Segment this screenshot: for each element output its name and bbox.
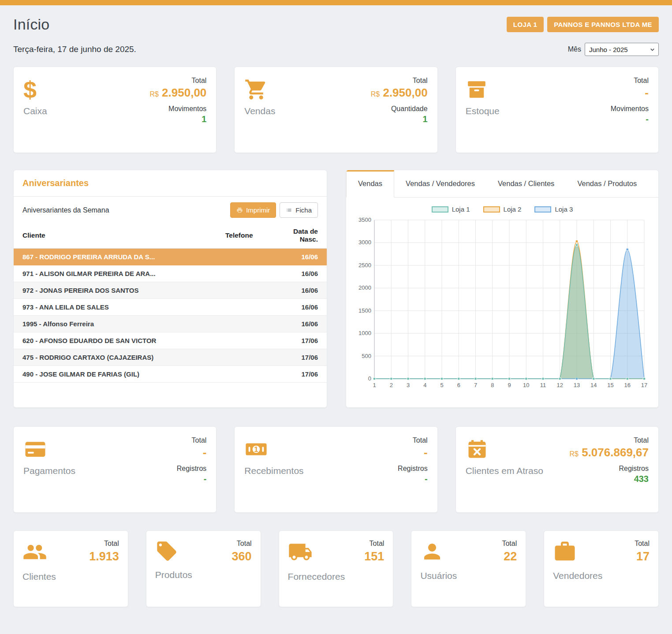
current-date: Terça-feira, 17 de junho de 2025.: [13, 45, 136, 54]
printer-icon: [236, 207, 243, 213]
svg-text:4: 4: [423, 382, 426, 388]
chart-tabs: Vendas Vendas / Vendedores Vendas / Clie…: [346, 170, 658, 198]
client-cell: 867 - RODRIGO PEREIRA ARRUDA DA S...: [14, 249, 217, 265]
legend-label: Loja 1: [452, 205, 470, 213]
box-icon: [466, 77, 500, 102]
svg-text:2: 2: [390, 382, 393, 388]
dollar-icon: $: [23, 77, 47, 102]
count-label: Movimentos: [611, 105, 649, 113]
total-label: Total: [398, 436, 428, 444]
svg-text:13: 13: [574, 382, 580, 388]
card-label: Usuários: [420, 571, 517, 581]
vendas-card: Vendas Total R$ 2.950,00 Quantidade 1: [234, 67, 437, 153]
table-row[interactable]: 867 - RODRIGO PEREIRA ARRUDA DA S...16/0…: [14, 249, 327, 265]
column-header-cliente: Cliente: [14, 224, 217, 249]
store-badge[interactable]: LOJA 1: [507, 17, 544, 32]
total-label: Total: [89, 540, 119, 548]
legend-item[interactable]: Loja 3: [534, 205, 573, 213]
sales-chart: 0500100015002000250030003500123456789101…: [354, 216, 650, 393]
dashboard-page: Início LOJA 1 PANNOS E PANNOS LTDA ME Te…: [0, 16, 672, 625]
banknote-icon: 1: [244, 436, 303, 462]
total-label: Total: [635, 540, 650, 548]
chevron-down-icon: [649, 46, 656, 53]
svg-text:17: 17: [641, 382, 647, 388]
legend-swatch: [534, 206, 551, 213]
birthdays-title: Aniversariantes: [14, 170, 327, 197]
client-cell: 475 - RODRIGO CARTAXO (CAJAZEIRAS): [14, 349, 217, 366]
client-cell: 971 - ALISON GILMAR PEREIRA DE ARA...: [14, 265, 217, 282]
table-row[interactable]: 490 - JOSE GILMAR DE FARIAS (GIL)17/06: [14, 366, 327, 383]
chart-legend: Loja 1Loja 2Loja 3: [354, 205, 650, 213]
svg-text:0: 0: [368, 375, 371, 382]
svg-text:3500: 3500: [358, 216, 371, 223]
svg-text:12: 12: [557, 382, 563, 388]
legend-item[interactable]: Loja 2: [483, 205, 522, 213]
table-row[interactable]: 1995 - Alfonso Ferreira16/06: [14, 316, 327, 332]
vendedores-card: Total 17 Vendedores: [544, 530, 659, 607]
pagamentos-card: Pagamentos Total - Registros -: [13, 426, 217, 513]
legend-item[interactable]: Loja 1: [432, 205, 470, 213]
legend-swatch: [483, 206, 500, 213]
count-label: Registros: [570, 465, 649, 473]
svg-text:3000: 3000: [358, 239, 371, 246]
total-label: Total: [364, 540, 384, 548]
phone-cell: [217, 366, 269, 383]
count-value: -: [611, 114, 649, 124]
recebimentos-card: 1 Recebimentos Total - Registros -: [234, 426, 437, 513]
table-row[interactable]: 475 - RODRIGO CARTAXO (CAJAZEIRAS)17/06: [14, 349, 327, 366]
print-button[interactable]: Imprimir: [230, 202, 276, 218]
svg-text:6: 6: [457, 382, 460, 388]
month-select[interactable]: Junho - 2025: [585, 43, 659, 56]
table-row[interactable]: 973 - ANA LEILA DE SALES16/06: [14, 299, 327, 316]
count-label: Registros: [398, 465, 428, 473]
column-header-telefone: Telefone: [217, 224, 269, 249]
print-button-label: Imprimir: [246, 206, 270, 214]
svg-text:11: 11: [540, 382, 546, 388]
tab-vendas-vendedores[interactable]: Vendas / Vendedores: [394, 170, 486, 197]
birthdate-cell: 16/06: [269, 299, 327, 316]
fornecedores-card: Total 151 Fornecedores: [279, 530, 394, 607]
phone-cell: [217, 332, 269, 349]
month-select-value: Junho - 2025: [589, 46, 628, 53]
tab-vendas-clientes[interactable]: Vendas / Clientes: [486, 170, 566, 197]
total-value: 17: [635, 550, 650, 563]
tab-vendas[interactable]: Vendas: [346, 170, 394, 198]
client-cell: 490 - JOSE GILMAR DE FARIAS (GIL): [14, 366, 217, 383]
card-label: Estoque: [466, 106, 500, 116]
total-label: Total: [149, 77, 206, 85]
client-cell: 1995 - Alfonso Ferreira: [14, 316, 217, 332]
card-label: Vendas: [244, 106, 275, 116]
tab-vendas-produtos[interactable]: Vendas / Produtos: [566, 170, 648, 197]
card-label: Fornecedores: [288, 571, 385, 582]
card-label: Clientes: [22, 571, 119, 582]
svg-text:16: 16: [624, 382, 631, 388]
count-value: -: [177, 474, 207, 484]
clientes-atraso-card: Clientes em Atraso Total R$ 5.076.869,67…: [455, 426, 659, 513]
card-label: Recebimentos: [244, 466, 303, 476]
table-row[interactable]: 971 - ALISON GILMAR PEREIRA DE ARA...16/…: [14, 265, 327, 282]
legend-label: Loja 3: [555, 205, 573, 213]
produtos-card: Total 360 Produtos: [146, 530, 261, 607]
people-icon: [22, 540, 47, 566]
caixa-card: $ Caixa Total R$ 2.950,00 Movimentos 1: [13, 67, 217, 153]
card-label: Caixa: [23, 106, 47, 116]
count-label: Quantidade: [371, 105, 428, 113]
table-row[interactable]: 620 - AFONSO EDUARDO DE SAN VICTOR17/06: [14, 332, 327, 349]
total-value: 22: [502, 550, 517, 563]
ficha-button[interactable]: Ficha: [280, 202, 318, 218]
total-value: -: [611, 86, 649, 100]
briefcase-icon: [553, 540, 577, 565]
svg-text:1: 1: [373, 382, 376, 388]
credit-card-icon: [23, 436, 75, 462]
svg-text:500: 500: [362, 353, 371, 359]
table-row[interactable]: 972 - JONAS PEREIRA DOS SANTOS16/06: [14, 282, 327, 299]
client-cell: 620 - AFONSO EDUARDO DE SAN VICTOR: [14, 332, 217, 349]
count-value: 1: [371, 114, 428, 124]
header-badges: LOJA 1 PANNOS E PANNOS LTDA ME: [507, 17, 659, 32]
phone-cell: [217, 316, 269, 332]
company-badge[interactable]: PANNOS E PANNOS LTDA ME: [547, 17, 659, 32]
total-value: -: [177, 446, 207, 459]
cart-icon: [244, 77, 275, 102]
total-value: 151: [364, 550, 384, 563]
list-icon: [286, 207, 292, 213]
